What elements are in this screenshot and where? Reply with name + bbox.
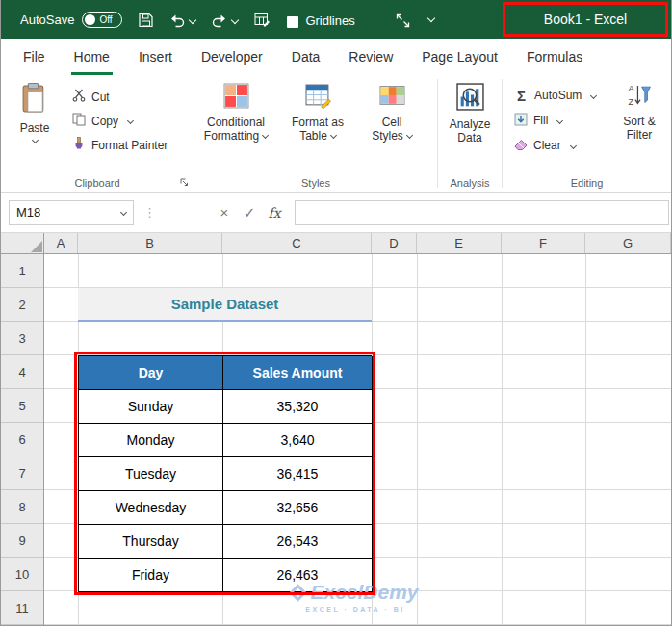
ribbon-tab-bar: File Home Insert Developer Data Review P…	[1, 39, 671, 75]
tab-data[interactable]: Data	[277, 39, 335, 75]
row-header-6[interactable]: 6	[1, 423, 43, 456]
enter-button[interactable]: ✓	[237, 204, 262, 222]
table-cell[interactable]: Thursday	[79, 525, 223, 559]
tab-review[interactable]: Review	[334, 39, 407, 75]
column-header-d[interactable]: D	[372, 233, 417, 253]
chevron-down-icon	[406, 132, 413, 139]
fill-button[interactable]: Fill	[514, 108, 612, 133]
row-header-4[interactable]: 4	[1, 355, 43, 389]
gridline	[502, 254, 503, 626]
redo-icon	[212, 13, 227, 28]
cell-styles-button[interactable]: Cell Styles	[358, 75, 426, 143]
table-cell[interactable]: 3,640	[223, 424, 373, 457]
row-header-2[interactable]: 2	[1, 288, 43, 322]
sort-filter-button[interactable]: AZ Sort & Filter	[612, 75, 666, 143]
styles-group: Conditional Formatting Format as Table C…	[194, 75, 437, 192]
sort-filter-label: Sort & Filter	[623, 115, 655, 142]
column-header-e[interactable]: E	[417, 233, 502, 253]
table-cell[interactable]: 36,415	[223, 457, 373, 491]
column-header-c[interactable]: C	[222, 233, 372, 253]
copy-icon	[72, 113, 86, 129]
table-cell[interactable]: Wednesday	[79, 491, 223, 525]
table-cell[interactable]: Friday	[79, 559, 223, 592]
svg-text:A: A	[629, 84, 635, 93]
chevron-down-icon	[590, 91, 597, 98]
cancel-button[interactable]: ×	[212, 204, 237, 221]
row-header-5[interactable]: 5	[1, 389, 43, 423]
undo-icon	[169, 13, 185, 28]
table-cell[interactable]: 26,543	[223, 525, 373, 559]
row-header-8[interactable]: 8	[1, 490, 43, 524]
select-all-button[interactable]	[1, 233, 44, 253]
gridline	[417, 254, 418, 626]
tab-developer[interactable]: Developer	[187, 39, 277, 75]
row-header-7[interactable]: 7	[1, 456, 43, 490]
watermark-tagline: EXCEL · DATA · BI	[273, 606, 437, 613]
tab-page-layout[interactable]: Page Layout	[407, 39, 512, 75]
formula-input[interactable]	[295, 200, 669, 225]
row-header-10[interactable]: 10	[1, 558, 43, 591]
quick-access-more-button[interactable]	[424, 11, 434, 28]
autosum-button[interactable]: Σ AutoSum	[514, 83, 612, 108]
copy-button[interactable]: Copy	[68, 109, 171, 133]
drag-handle-icon[interactable]: ⋮	[143, 205, 156, 220]
save-icon	[139, 13, 153, 28]
sheet-title-cell[interactable]: Sample Dataset	[78, 288, 372, 322]
fill-down-icon	[514, 113, 528, 129]
checkbox-icon	[287, 16, 298, 28]
tab-home[interactable]: Home	[60, 39, 124, 75]
dialog-launcher-icon[interactable]	[180, 177, 189, 189]
autosave-state-label: Off	[99, 14, 112, 25]
gridlines-toggle[interactable]: Gridlines	[287, 11, 354, 28]
row-header-1[interactable]: 1	[1, 254, 43, 288]
eraser-icon	[514, 138, 528, 154]
table-cell[interactable]: 32,656	[223, 491, 373, 525]
chevron-down-icon[interactable]	[231, 16, 239, 24]
sheet-cells[interactable]: Sample Dataset Day Sales Amount Sunday 3…	[44, 254, 671, 626]
paintbrush-icon	[72, 137, 86, 153]
name-box[interactable]: M18	[9, 200, 134, 225]
analysis-group-label: Analysis	[451, 177, 490, 189]
analyze-data-button[interactable]: Analyze Data	[439, 75, 501, 145]
row-header-3[interactable]: 3	[1, 322, 43, 355]
touch-mode-button[interactable]	[396, 11, 410, 28]
column-header-b[interactable]: B	[78, 233, 222, 253]
undo-button[interactable]	[169, 11, 195, 28]
autosum-label: AutoSum	[534, 89, 582, 102]
autosave-toggle[interactable]: Off	[82, 12, 122, 28]
svg-text:Z: Z	[629, 97, 634, 107]
tab-file[interactable]: File	[9, 39, 60, 75]
table-cell[interactable]: Tuesday	[79, 457, 223, 491]
row-header-11[interactable]: 11	[1, 591, 43, 625]
select-all-triangle-icon	[31, 241, 42, 252]
conditional-formatting-button[interactable]: Conditional Formatting	[194, 75, 277, 143]
cut-button[interactable]: Cut	[68, 85, 171, 109]
chevron-down-icon[interactable]	[189, 16, 196, 24]
window-title-annotation: Book1 - Excel	[503, 2, 668, 37]
draw-table-button[interactable]	[254, 11, 271, 28]
column-header-g[interactable]: G	[585, 233, 671, 253]
conditional-formatting-icon	[223, 83, 249, 112]
paste-button[interactable]: Paste	[7, 75, 63, 143]
name-box-value: M18	[16, 205, 40, 220]
tab-insert[interactable]: Insert	[124, 39, 187, 75]
column-header-a[interactable]: A	[44, 233, 78, 253]
chevron-down-icon[interactable]	[120, 209, 127, 216]
table-cell[interactable]: Monday	[79, 424, 223, 457]
column-header-f[interactable]: F	[502, 233, 585, 253]
table-cell[interactable]: 35,320	[223, 390, 373, 424]
column-header-row: A B C D E F G	[1, 233, 671, 254]
table-header-cell[interactable]: Sales Amount	[223, 356, 373, 390]
save-button[interactable]	[139, 11, 153, 28]
format-as-table-button[interactable]: Format as Table	[277, 75, 358, 143]
row-header-9[interactable]: 9	[1, 524, 43, 558]
format-painter-button[interactable]: Format Painter	[68, 133, 171, 157]
copy-label: Copy	[91, 115, 118, 128]
clear-button[interactable]: Clear	[514, 133, 612, 158]
redo-button[interactable]	[212, 11, 238, 28]
tab-formulas[interactable]: Formulas	[512, 39, 597, 75]
insert-function-button[interactable]: fx	[262, 205, 287, 221]
resize-arrows-icon	[396, 13, 410, 28]
table-cell[interactable]: Sunday	[79, 390, 223, 424]
table-header-cell[interactable]: Day	[79, 356, 223, 390]
